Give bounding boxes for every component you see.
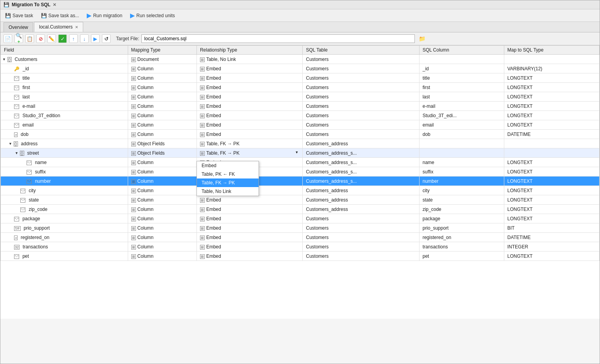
save-icon: 💾 [4,2,9,7]
table-row[interactable]: "-" name ⊞Column ⊞Embed Customers_addres… [1,158,600,167]
up-button[interactable]: ↑ [69,34,78,43]
refresh-button[interactable]: ↺ [102,34,111,43]
save-task-as-button[interactable]: 💾 Save task as... [39,12,81,19]
dropdown-arrow-icon[interactable]: ▼ [295,150,298,154]
relationship-type-cell[interactable]: ⊞Embed [196,111,302,120]
table-row[interactable]: "-" state ⊞Column ⊞Embed Customers_addre… [1,195,600,205]
col-header-relationship: Relationship Type [196,46,302,55]
sql-column-cell: package [419,214,504,223]
col-header-field: Field [1,46,128,55]
relationship-type-cell[interactable]: ⊞Embed [196,102,302,111]
field-type-icon: "-" [14,216,19,221]
relationship-type-cell[interactable]: ⊞Table, No Link [196,55,302,64]
table-row[interactable]: "-" e-mail ⊞Column ⊞Embed Customers e-ma… [1,102,600,111]
field-name: street [27,150,39,156]
table-row[interactable]: "-" last ⊞Column ⊞Embed Customers last L… [1,92,600,102]
field-type-icon: 𝜋 [14,132,18,137]
field-type-icon: "-" [20,197,25,203]
expand-icon[interactable]: ▼ [9,142,12,146]
table-row[interactable]: "-" number ⊞Column ⊞Table, FK → PK Custo… [1,177,600,186]
map-type-cell: LONGTEXT [504,205,599,214]
run-migration-button[interactable]: ▶ Run migration [85,11,124,20]
table-row[interactable]: "-" package ⊞Column ⊞Embed Customers pac… [1,214,600,223]
tab-close-icon[interactable]: ✕ [75,25,78,29]
table-row[interactable]: "-" pet ⊞Column ⊞Embed Customers pet LON… [1,252,600,261]
dropdown-item[interactable]: Table, FK → PK [197,178,259,187]
sql-column-cell: dob [419,130,504,139]
map-type-cell: VARBINARY(12) [504,64,599,73]
mapping-type-cell: ⊞Column [128,167,196,177]
table-row[interactable]: 𝜋 dob ⊞Column ⊞Embed Customers dob DATET… [1,130,600,139]
table-row[interactable]: "-" Studio_3T_edition ⊞Column ⊞Embed Cus… [1,111,600,120]
relationship-type-cell[interactable]: ⊞Embed [196,214,302,223]
relationship-type-cell[interactable]: ⊞Embed [196,130,302,139]
new-document-button[interactable]: 📄 [4,34,12,43]
field-type-icon: "-" [14,75,19,81]
map-type-cell: LONGTEXT [504,158,599,167]
relationship-type-cell[interactable]: ⊞Embed [196,92,302,102]
expand-icon[interactable]: ▼ [2,57,6,61]
sql-column-cell: last [419,92,504,102]
relationship-type-cell[interactable]: ⊞Embed [196,205,302,214]
toolbar: 💾 Save task 💾 Save task as... ▶ Run migr… [0,9,600,22]
tab-local-customers[interactable]: local.Customers ✕ [34,22,83,32]
down-button[interactable]: ↓ [80,34,89,43]
sql-column-cell: title [419,73,504,83]
sql-table-cell: Customers_address_s... [303,177,419,186]
table-row[interactable]: ▼ {} Customers ⊞Document ⊞Table, No Link… [1,55,600,64]
table-row[interactable]: "-" suffix ⊞Column ⊞Table, PK ← FK Custo… [1,167,600,177]
table-row[interactable]: ▼ {} address ⊞Object Fields ⊞Table, FK →… [1,139,600,148]
mapping-type-cell: ⊞Column [128,205,196,214]
field-name: state [29,197,39,203]
relationship-type-cell[interactable]: ⊞Embed [196,64,302,73]
field-name: suffix [35,169,46,175]
relationship-type-cell[interactable]: ⊞Embed [196,120,302,130]
sql-column-cell [419,139,504,148]
map-type-cell: LONGTEXT [504,92,599,102]
relationship-type-cell[interactable]: ⊞Embed [196,233,302,242]
table-row[interactable]: 32 transactions ⊞Column ⊞Embed Customers… [1,242,600,252]
run-selected-button[interactable]: ▶ Run selected units [129,11,177,20]
check-button[interactable]: ✓ [58,34,67,43]
expand-icon[interactable]: ▼ [15,151,18,155]
relationship-type-cell[interactable]: ⊞Embed [196,195,302,205]
mapping-type-cell: ⊞Object Fields [128,139,196,148]
table-row[interactable]: "-" city ⊞Column ⊞Table, No Link Custome… [1,186,600,195]
field-type-icon: "-" [27,160,32,165]
target-file-input[interactable] [141,34,415,43]
save-task-button[interactable]: 💾 Save task [4,12,35,19]
field-name: title [22,75,30,81]
run-button[interactable]: ▶ [91,34,100,43]
tab-overview[interactable]: Overview [4,22,33,32]
table-row[interactable]: "-" first ⊞Column ⊞Embed Customers first… [1,83,600,92]
dropdown-item[interactable]: Embed [197,161,259,170]
relationship-type-cell[interactable]: ⊞Embed [196,252,302,261]
table-row[interactable]: "-" email ⊞Column ⊞Embed Customers email… [1,120,600,130]
relationship-type-cell[interactable]: ⊞Embed [196,73,302,83]
folder-icon[interactable]: 📁 [419,36,425,42]
relationship-type-cell[interactable]: ⊞Embed [196,223,302,233]
add-button[interactable]: 🔍+ [14,34,23,43]
table-row[interactable]: T∕F prio_support ⊞Column ⊞Embed Customer… [1,223,600,233]
edit-button[interactable]: ✏️ [47,34,56,43]
delete-button[interactable]: ⊘ [36,34,45,43]
sql-column-cell: email [419,120,504,130]
table-row[interactable]: "-" title ⊞Column ⊞Embed Customers title… [1,73,600,83]
dropdown-item[interactable]: Table, No Link [197,187,259,196]
relationship-type-cell[interactable]: ⊞Table, FK → PK [196,139,302,148]
table-row[interactable]: ▼ {} street ⊞Object Fields ⊞Table, FK → … [1,148,600,158]
field-name: registered_on [21,235,49,240]
table-row[interactable]: 🔑 _id ⊞Column ⊞Embed Customers _id VARBI… [1,64,600,73]
mapping-type-cell: ⊞Document [128,55,196,64]
table-row[interactable]: "-" zip_code ⊞Column ⊞Embed Customers_ad… [1,205,600,214]
field-name: pet [22,253,29,259]
relationship-type-cell[interactable]: ⊞Table, FK → PK ▼ [196,148,302,158]
relationship-type-cell[interactable]: ⊞Embed [196,83,302,92]
title-close-button[interactable]: ✕ [53,2,56,7]
mapping-type-cell: ⊞Column [128,223,196,233]
table-row[interactable]: 𝜋 registered_on ⊞Column ⊞Embed Customers… [1,233,600,242]
relationship-type-cell[interactable]: ⊞Embed [196,242,302,252]
dropdown-item[interactable]: Table, PK ← FK [197,170,259,178]
copy-button[interactable]: 📋 [25,34,34,43]
relationship-dropdown[interactable]: EmbedTable, PK ← FKTable, FK → PKTable, … [196,161,259,196]
